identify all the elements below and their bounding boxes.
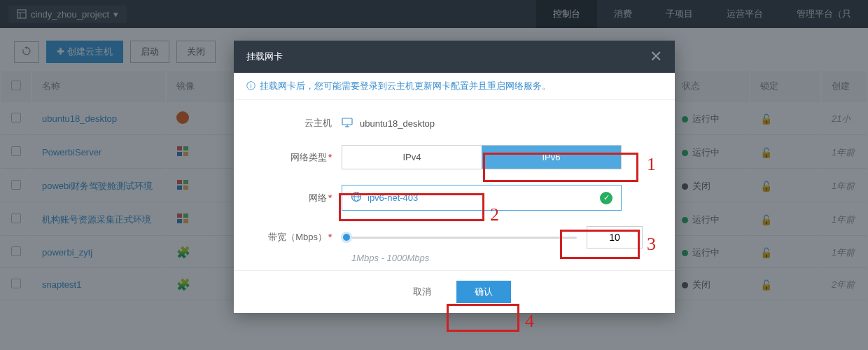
- nettype-segment: IPv4 IPv6: [342, 145, 622, 169]
- host-label: 云主机: [251, 117, 342, 130]
- host-value: ubuntu18_desktop: [360, 118, 435, 129]
- modal-info: ⓘ 挂载网卡后，您可能需要登录到云主机更新网卡配置并且重启网络服务。: [234, 73, 675, 100]
- network-select[interactable]: ipv6-net-403 ✓: [342, 185, 622, 211]
- attach-nic-modal: 挂载网卡 ✕ ⓘ 挂载网卡后，您可能需要登录到云主机更新网卡配置并且重启网络服务…: [234, 41, 675, 313]
- globe-icon: [351, 191, 362, 204]
- bandwidth-slider[interactable]: [342, 237, 577, 239]
- check-icon: ✓: [600, 192, 612, 204]
- svg-rect-15: [342, 118, 352, 125]
- bandwidth-hint: 1Mbps - 1000Mbps: [351, 253, 658, 263]
- modal-title: 挂载网卡: [246, 50, 283, 63]
- nettype-label: 网络类型: [290, 152, 327, 162]
- monitor-icon: [342, 118, 353, 130]
- bandwidth-label: 带宽（Mbps）: [268, 232, 327, 242]
- cancel-button[interactable]: 取消: [398, 281, 447, 303]
- close-icon[interactable]: ✕: [650, 49, 662, 64]
- confirm-button[interactable]: 确认: [456, 281, 511, 303]
- network-value: ipv6-net-403: [368, 192, 418, 203]
- slider-thumb[interactable]: [341, 232, 352, 243]
- network-label: 网络: [309, 192, 327, 203]
- seg-ipv4[interactable]: IPv4: [342, 146, 482, 169]
- modal-header: 挂载网卡 ✕: [234, 41, 675, 73]
- bandwidth-input[interactable]: [587, 226, 643, 248]
- seg-ipv6[interactable]: IPv6: [482, 146, 621, 169]
- info-icon: ⓘ: [246, 80, 255, 92]
